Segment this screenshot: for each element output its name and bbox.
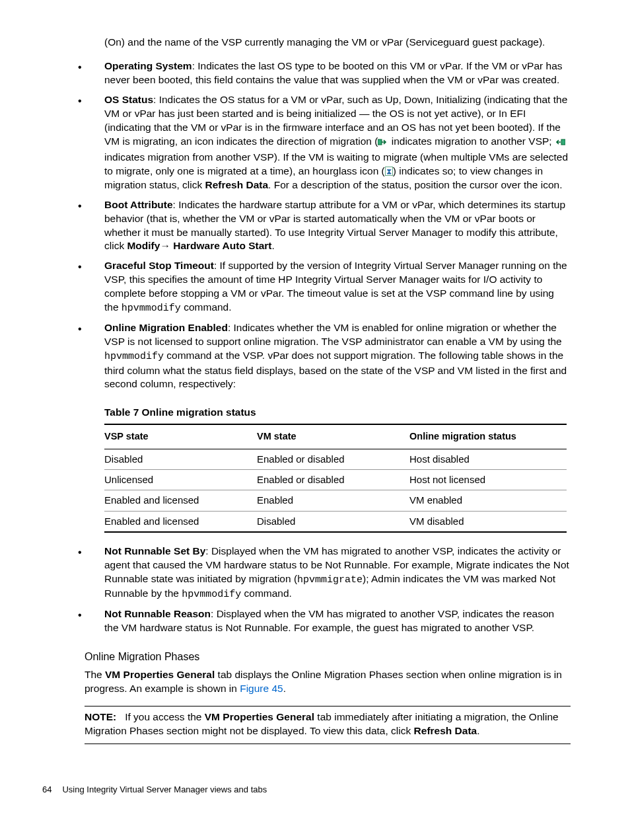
cell: Enabled or disabled: [257, 470, 409, 490]
note-label: NOTE:: [85, 711, 116, 722]
term-not-runnable-set-by: Not Runnable Set By: [104, 545, 205, 556]
table-header-row: VSP state VM state Online migration stat…: [104, 424, 567, 449]
table-title: Table 7 Online migration status: [104, 406, 571, 420]
term-online-migration: Online Migration Enabled: [104, 322, 228, 333]
vm-properties-general-label: VM Properties General: [205, 711, 314, 722]
th-migration-status: Online migration status: [409, 424, 567, 449]
text: .: [283, 683, 286, 694]
text: indicates migration to another VSP;: [388, 135, 555, 147]
bullet-not-runnable-reason: • Not Runnable Reason: Displayed when th…: [78, 607, 571, 635]
bullet-icon: •: [78, 321, 104, 391]
cell: Enabled and licensed: [104, 511, 257, 532]
cell: Enabled: [257, 490, 409, 511]
page-footer: 64 Using Integrity Virtual Server Manage…: [42, 784, 571, 796]
cmd-hpvmmodify: hpvmmodify: [182, 589, 241, 600]
table-row: Enabled and licensed Disabled VM disable…: [104, 511, 567, 532]
term-operating-system: Operating System: [104, 60, 192, 71]
bullet-boot-attribute: • Boot Attribute: Indicates the hardware…: [78, 198, 571, 254]
cell: Enabled or disabled: [257, 449, 409, 469]
vm-properties-general-label: VM Properties General: [105, 669, 215, 680]
table-row: Disabled Enabled or disabled Host disabl…: [104, 449, 567, 469]
text: .: [477, 725, 479, 736]
bullet-icon: •: [78, 607, 104, 635]
online-migration-status-table: VSP state VM state Online migration stat…: [104, 424, 567, 533]
text: The: [85, 669, 105, 680]
term-not-runnable-reason: Not Runnable Reason: [104, 608, 211, 619]
cmd-hpvmmodify: hpvmmodify: [122, 303, 181, 314]
svg-rect-0: [378, 139, 382, 145]
text: command.: [241, 588, 292, 599]
bullet-not-runnable-set-by: • Not Runnable Set By: Displayed when th…: [78, 545, 571, 601]
bullet-online-migration: • Online Migration Enabled: Indicates wh…: [78, 321, 571, 391]
hardware-auto-start-label: Hardware Auto Start: [173, 240, 271, 251]
omp-paragraph: The VM Properties General tab displays t…: [85, 668, 571, 696]
migrate-out-icon: [378, 137, 388, 151]
cell: VM disabled: [409, 511, 567, 532]
cmd-hpvmmodify: hpvmmodify: [104, 351, 164, 362]
cell: Disabled: [104, 449, 257, 469]
intro-tail: (On) and the name of the VSP currently m…: [104, 36, 571, 50]
migrate-in-icon: [555, 137, 565, 151]
text: command.: [181, 301, 232, 313]
cell: Disabled: [257, 511, 409, 532]
th-vm-state: VM state: [257, 424, 409, 449]
bullet-icon: •: [78, 93, 104, 192]
text: . For a description of the status, posit…: [268, 179, 562, 190]
bullet-icon: •: [78, 198, 104, 254]
refresh-data-label: Refresh Data: [205, 179, 268, 190]
modify-label: Modify: [127, 240, 160, 251]
bullet-operating-system: • Operating System: Indicates the last O…: [78, 59, 571, 87]
cell: VM enabled: [409, 490, 567, 511]
bullet-icon: •: [78, 545, 104, 601]
table-row: Enabled and licensed Enabled VM enabled: [104, 490, 567, 511]
text: If you access the: [125, 711, 205, 722]
cell: Host not licensed: [409, 470, 567, 490]
figure-45-link[interactable]: Figure 45: [240, 683, 283, 694]
hourglass-icon: ⧗: [385, 167, 393, 176]
cell: Host disabled: [409, 449, 567, 469]
heading-online-migration-phases: Online Migration Phases: [85, 650, 571, 664]
note-block: NOTE: If you access the VM Properties Ge…: [85, 706, 571, 744]
cell: Unlicensed: [104, 470, 257, 490]
svg-rect-1: [561, 139, 565, 145]
term-graceful-stop: Graceful Stop Timeout: [104, 260, 214, 271]
bullet-os-status: • OS Status: Indicates the OS status for…: [78, 93, 571, 192]
arrow-icon: →: [160, 240, 173, 251]
bullet-graceful-stop: • Graceful Stop Timeout: If supported by…: [78, 259, 571, 315]
term-os-status: OS Status: [104, 94, 153, 105]
page-number: 64: [42, 784, 52, 796]
bullet-icon: •: [78, 59, 104, 87]
cell: Enabled and licensed: [104, 490, 257, 511]
term-boot-attribute: Boot Attribute: [104, 199, 173, 210]
th-vsp-state: VSP state: [104, 424, 257, 449]
text: .: [272, 240, 275, 251]
bullet-icon: •: [78, 259, 104, 315]
refresh-data-label: Refresh Data: [414, 725, 477, 736]
cmd-hpvmmigrate: hpvmmigrate: [297, 574, 363, 586]
footer-title: Using Integrity Virtual Server Manager v…: [62, 784, 267, 796]
table-row: Unlicensed Enabled or disabled Host not …: [104, 470, 567, 490]
text: command at the VSP. vPar does not suppor…: [104, 350, 567, 389]
